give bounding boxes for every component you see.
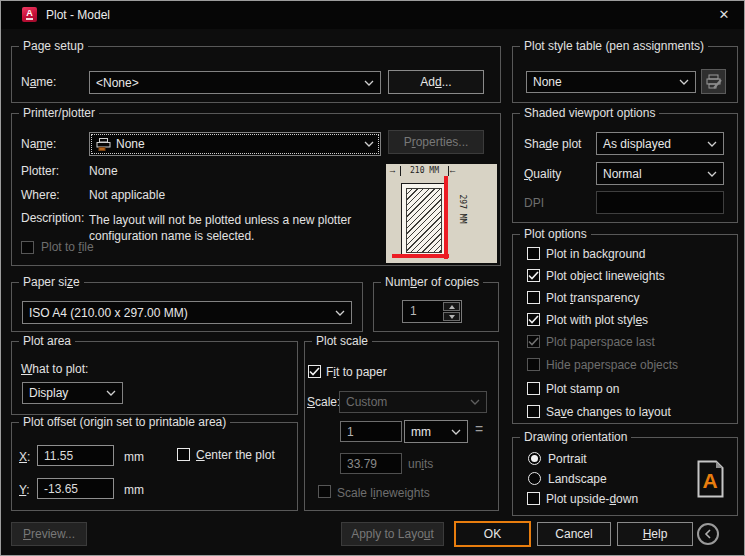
spin-down-icon[interactable]	[443, 312, 460, 321]
fewer-options-button[interactable]	[697, 523, 719, 545]
plot-to-file-checkbox[interactable]	[21, 241, 34, 254]
offset-x-unit: mm	[124, 451, 144, 464]
save-changes-to-layout-checkbox[interactable]	[527, 405, 540, 418]
quality-label: Quality	[524, 168, 561, 181]
hide-paperspace-objects-label: Hide paperspace objects	[546, 359, 678, 372]
shade-plot-select[interactable]: As displayed	[596, 132, 724, 155]
portrait-label: Portrait	[548, 453, 587, 466]
plot-options-title: Plot options	[520, 227, 591, 241]
printer-name-value: None	[116, 137, 145, 151]
shaded-title: Shaded viewport options	[520, 106, 659, 120]
paper-size-value: ISO A4 (210.00 x 297.00 MM)	[29, 306, 188, 320]
quality-select[interactable]: Normal	[596, 162, 724, 185]
chevron-down-icon	[707, 141, 717, 147]
description-value: The layout will not be plotted unless a …	[89, 212, 381, 244]
plot-upside-down-checkbox[interactable]	[527, 492, 540, 505]
copies-spin-buttons	[442, 301, 461, 322]
plot-in-background-checkbox[interactable]	[527, 247, 540, 260]
plot-paperspace-last-label: Plot paperspace last	[546, 336, 655, 349]
offset-y-input[interactable]: -13.65	[37, 478, 114, 499]
svg-text:A: A	[702, 469, 717, 492]
chevron-down-icon	[470, 399, 480, 405]
preview-button[interactable]: Preview...	[11, 522, 87, 546]
plot-scale-title: Plot scale	[312, 334, 372, 348]
paper-preview: → 210 MM ← 297 MM	[386, 164, 497, 263]
plot-offset-title: Plot offset (origin set to printable are…	[19, 415, 230, 429]
chevron-down-icon	[364, 80, 374, 86]
fit-to-paper-checkbox[interactable]	[308, 365, 321, 378]
plot-dialog: A Plot - Model ✕ Page setup Name: <None>…	[0, 0, 745, 556]
cancel-button[interactable]: Cancel	[537, 522, 611, 546]
properties-button[interactable]: Properties...	[388, 130, 484, 154]
what-to-plot-select[interactable]: Display	[22, 382, 123, 404]
page-setup-name-select[interactable]: <None>	[89, 71, 381, 94]
paper-height-label: 297 MM	[457, 187, 467, 232]
copies-stepper[interactable]: 1	[402, 300, 462, 323]
scale-lineweights-checkbox[interactable]	[318, 485, 331, 498]
shade-plot-label: Shade plot	[524, 138, 581, 151]
orientation-title: Drawing orientation	[520, 430, 631, 444]
window-title: Plot - Model	[46, 8, 110, 22]
scale-denominator-input[interactable]: 33.79	[340, 453, 402, 474]
printer-icon	[96, 138, 111, 151]
description-label: Description:	[21, 212, 84, 225]
plot-style-title: Plot style table (pen assignments)	[520, 39, 708, 53]
plot-paperspace-last-checkbox[interactable]	[527, 335, 540, 348]
landscape-radio[interactable]	[528, 472, 541, 485]
help-button[interactable]: Help	[617, 522, 693, 546]
plot-with-plot-styles-checkbox[interactable]	[527, 313, 540, 326]
add-button[interactable]: Add...	[388, 70, 484, 94]
pen-table-editor-icon	[705, 74, 723, 90]
portrait-radio[interactable]	[528, 452, 541, 465]
copies-value: 1	[403, 301, 442, 322]
apply-to-layout-button[interactable]: Apply to Layout	[341, 522, 444, 546]
shade-plot-value: As displayed	[603, 137, 671, 151]
plot-style-select[interactable]: None	[526, 71, 696, 93]
plot-in-background-label: Plot in background	[546, 248, 645, 261]
scale-unit-value: mm	[411, 425, 431, 439]
close-icon[interactable]: ✕	[715, 6, 733, 24]
ok-button[interactable]: OK	[454, 521, 531, 547]
scale-equals-sign: =	[475, 423, 483, 436]
plotter-label: Plotter:	[21, 165, 59, 178]
spin-up-icon[interactable]	[443, 302, 460, 311]
chevron-down-icon	[335, 310, 345, 316]
center-the-plot-checkbox[interactable]	[177, 448, 190, 461]
plot-to-file-label: Plot to file	[41, 241, 94, 254]
edit-plot-style-button[interactable]	[701, 69, 726, 94]
scale-unit-select[interactable]: mm	[404, 420, 468, 443]
scale-select[interactable]: Custom	[339, 391, 487, 413]
chevron-down-icon	[707, 171, 717, 177]
printer-name-select[interactable]: None	[89, 132, 381, 156]
what-to-plot-value: Display	[29, 386, 68, 400]
plot-with-plot-styles-label: Plot with plot styles	[546, 314, 648, 327]
offset-x-input[interactable]: 11.55	[37, 445, 114, 466]
page-setup-name-value: <None>	[96, 76, 139, 90]
landscape-label: Landscape	[548, 473, 607, 486]
fit-to-paper-label: Fit to paper	[326, 366, 387, 379]
plot-object-lineweights-checkbox[interactable]	[527, 269, 540, 282]
chevron-down-icon	[679, 79, 689, 85]
scale-lineweights-label: Scale lineweights	[337, 487, 430, 500]
page-setup-name-label: Name:	[21, 76, 56, 89]
paper-size-select[interactable]: ISO A4 (210.00 x 297.00 MM)	[22, 301, 352, 324]
paper-preview-page	[401, 183, 447, 258]
offset-y-unit: mm	[124, 484, 144, 497]
hide-paperspace-objects-checkbox[interactable]	[527, 358, 540, 371]
offset-x-label: X:	[19, 451, 30, 464]
where-label: Where:	[21, 189, 60, 202]
plot-stamp-on-checkbox[interactable]	[527, 382, 540, 395]
chevron-down-icon	[106, 390, 116, 396]
scale-numerator-input[interactable]: 1	[340, 421, 402, 442]
printer-name-label: Name:	[21, 138, 56, 151]
copies-title: Number of copies	[381, 275, 483, 289]
page-setup-title: Page setup	[19, 39, 88, 53]
dim-arrow-left-icon: →	[388, 165, 397, 175]
offset-y-label: Y:	[19, 484, 30, 497]
plotter-value: None	[89, 165, 118, 178]
dpi-input[interactable]	[596, 191, 724, 214]
quality-value: Normal	[603, 167, 642, 181]
plot-stamp-on-label: Plot stamp on	[546, 383, 619, 396]
plot-transparency-checkbox[interactable]	[527, 291, 540, 304]
printer-title: Printer/plotter	[19, 106, 99, 120]
